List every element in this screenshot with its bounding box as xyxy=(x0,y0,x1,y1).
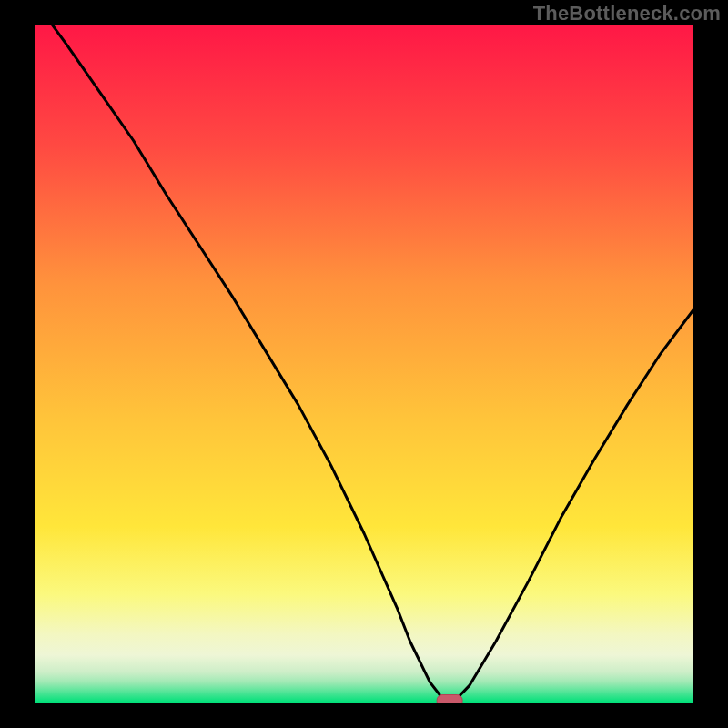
chart-frame: TheBottleneck.com xyxy=(0,0,728,728)
watermark-text: TheBottleneck.com xyxy=(533,2,721,25)
gradient-background xyxy=(35,25,693,703)
plot-area xyxy=(35,25,693,703)
plot-svg xyxy=(35,25,693,703)
minimum-marker xyxy=(437,695,462,703)
